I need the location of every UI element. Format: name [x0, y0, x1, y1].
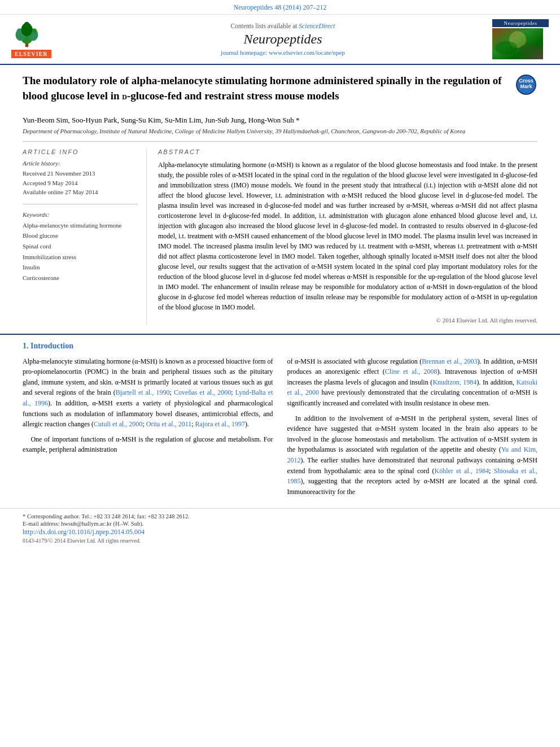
ref-orita[interactable]: Orita et al., 2011: [146, 420, 192, 428]
history-label: Article history:: [23, 160, 138, 167]
intro-right-text: of α-MSH is associated with glucose regu…: [287, 356, 538, 497]
available-date: Available online 27 May 2014: [23, 187, 138, 197]
email-text: E-mail address: hwsuh@hallym.ac.kr (H.-W…: [23, 521, 143, 527]
journal-header-center: Contents lists available at ScienceDirec…: [73, 23, 492, 56]
accepted-date: Accepted 9 May 2014: [23, 178, 138, 188]
svg-point-6: [33, 29, 37, 33]
ref-cline[interactable]: Cline et al., 2008: [385, 368, 438, 375]
journal-name: Neuropeptides: [73, 32, 492, 47]
introduction-title: 1. Introduction: [23, 342, 537, 351]
ref-shiosaka[interactable]: Shiosaka et al., 1985: [287, 467, 537, 486]
introduction-section: 1. Introduction Alpha-melanocyte stimula…: [0, 335, 560, 509]
article-affiliation: Department of Pharmacology, Institute of…: [23, 128, 537, 134]
ref-yu-kim[interactable]: Yu and Kim, 2012: [287, 445, 538, 464]
elsevier-logo-container: ELSEVIER: [11, 20, 73, 58]
intro-left-column: Alpha-melanocyte stimulating hormone (α-…: [23, 356, 273, 502]
journal-badge-text: Neuropeptides: [492, 19, 549, 27]
corresponding-author-note: * Corresponding author. Tel.: +82 33 248…: [23, 513, 537, 519]
keyword-3: Spinal cord: [23, 241, 138, 252]
introduction-body: Alpha-melanocyte stimulating hormone (α-…: [23, 356, 537, 502]
keywords-label: Keywords:: [23, 211, 138, 218]
keyword-5: Insulin: [23, 262, 138, 273]
elsevier-tree-icon: [11, 20, 42, 49]
ref-katsuki[interactable]: Katsuki et al., 2000: [287, 378, 538, 397]
doi-link[interactable]: http://dx.doi.org/10.1016/j.npep.2014.05…: [23, 528, 145, 536]
d-special-char: d: [122, 91, 127, 102]
journal-header: ELSEVIER Contents lists available at Sci…: [0, 15, 560, 65]
ref-covenas[interactable]: Coveñas et al., 2000: [174, 388, 231, 396]
journal-citation: Neuropeptides 48 (2014) 207–212: [0, 0, 560, 15]
sciencedirect-link[interactable]: ScienceDirect: [299, 23, 335, 29]
authors-list: Yun-Beom Sim, Soo-Hyun Park, Sung-Su Kim…: [23, 116, 299, 124]
ref-brennan[interactable]: Brennan et al., 2003: [422, 357, 478, 365]
logo-image-area: [11, 20, 42, 49]
elsevier-logo: ELSEVIER: [11, 20, 73, 58]
journal-homepage: journal homepage: www.elsevier.com/locat…: [73, 49, 492, 56]
ref-kohler[interactable]: Köhler et al., 1984: [435, 467, 489, 475]
copyright-text: © 2014 Elsevier Ltd. All rights reserved…: [436, 317, 537, 324]
abstract-text: Alpha-melanocyte stimulating hormone (α-…: [158, 160, 537, 325]
svg-text:Mark: Mark: [520, 84, 532, 89]
email-note: E-mail address: hwsuh@hallym.ac.kr (H.-W…: [23, 521, 537, 527]
keyword-1: Alpha-melanocyte stimulating hormone: [23, 220, 138, 231]
keyword-6: Corticosterone: [23, 273, 138, 283]
doi-links: http://dx.doi.org/10.1016/j.npep.2014.05…: [23, 528, 537, 536]
article-title: The modulatory role of alpha-melanocyte …: [23, 73, 506, 103]
abstract-column: ABSTRACT Alpha-melanocyte stimulating ho…: [158, 148, 537, 325]
svg-point-10: [495, 41, 518, 55]
corresponding-note-text: * Corresponding author. Tel.: +82 33 248…: [23, 513, 190, 519]
abstract-label: ABSTRACT: [158, 148, 537, 155]
article-info-column: ARTICLE INFO Article history: Received 2…: [23, 148, 147, 325]
received-date: Received 21 November 2013: [23, 169, 138, 178]
intro-left-text: Alpha-melanocyte stimulating hormone (α-…: [23, 356, 273, 455]
svg-text:Cross: Cross: [519, 78, 533, 84]
divider-1: [23, 141, 537, 142]
crossmark-badge[interactable]: Cross Mark: [515, 73, 537, 96]
article-footer: * Corresponding author. Tel.: +82 33 248…: [0, 508, 560, 548]
journal-badge-right: Neuropeptides: [492, 19, 549, 59]
ref-rajora[interactable]: Rajora et al., 1997: [195, 420, 245, 428]
ref-knudtzon[interactable]: Knudtzon, 1984: [432, 378, 476, 386]
abstract-copyright: © 2014 Elsevier Ltd. All rights reserved…: [158, 316, 537, 325]
svg-point-5: [17, 29, 21, 33]
article-authors: Yun-Beom Sim, Soo-Hyun Park, Sung-Su Kim…: [23, 116, 537, 125]
journal-cover-image: [492, 28, 543, 59]
issn-text: 0143-4179/© 2014 Elsevier Ltd. All right…: [23, 538, 141, 544]
footer-copyright: 0143-4179/© 2014 Elsevier Ltd. All right…: [23, 538, 537, 544]
ref-bjartell[interactable]: Bjartell et al., 1990: [116, 388, 170, 396]
ref-cutuli[interactable]: Cutuli et al., 2000: [94, 420, 142, 428]
article-info-label: ARTICLE INFO: [23, 148, 138, 155]
intro-right-column: of α-MSH is associated with glucose regu…: [287, 356, 538, 502]
svg-point-7: [24, 22, 29, 27]
article-title-section: The modulatory role of alpha-melanocyte …: [23, 73, 537, 110]
section-number: 1.: [23, 342, 29, 350]
journal-cover-svg: [492, 28, 543, 59]
keyword-2: Blood glucose: [23, 230, 138, 241]
article-title-area: The modulatory role of alpha-melanocyte …: [23, 73, 506, 110]
divider-keywords: [23, 204, 138, 204]
elsevier-wordmark: ELSEVIER: [11, 50, 51, 58]
keywords-list: Alpha-melanocyte stimulating hormone Blo…: [23, 220, 138, 283]
article-info-abstract: ARTICLE INFO Article history: Received 2…: [23, 148, 537, 325]
svg-point-11: [519, 44, 539, 55]
crossmark-icon: Cross Mark: [515, 73, 537, 96]
affiliation-text: Department of Pharmacology, Institute of…: [23, 128, 465, 134]
sciencedirect-label: Contents lists available at: [231, 23, 298, 29]
sciencedirect-line: Contents lists available at ScienceDirec…: [73, 23, 492, 29]
journal-citation-text: Neuropeptides 48 (2014) 207–212: [234, 3, 327, 11]
keyword-4: Immobilization stress: [23, 252, 138, 263]
article-header-section: The modulatory role of alpha-melanocyte …: [0, 65, 560, 335]
section-title-text: Introduction: [30, 342, 73, 350]
